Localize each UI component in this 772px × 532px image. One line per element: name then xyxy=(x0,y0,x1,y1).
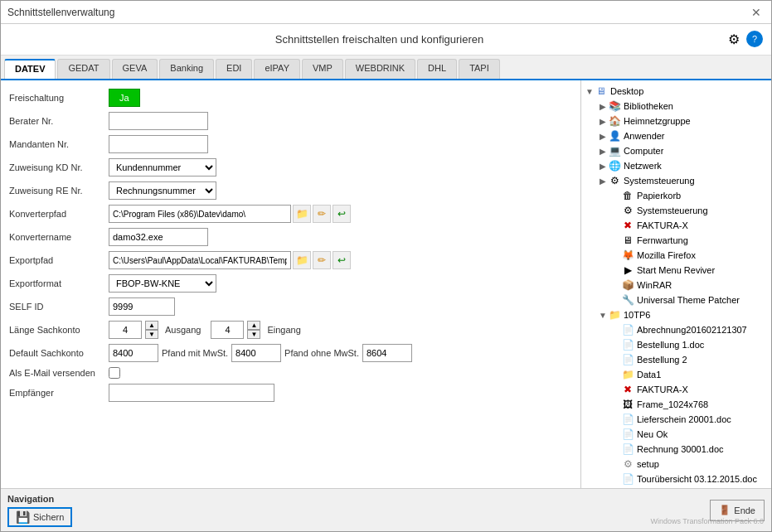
tab-datev[interactable]: DATEV xyxy=(4,59,56,79)
tree-item-systemsteuerung1[interactable]: ▶ ⚙ Systemsteuerung xyxy=(598,173,768,188)
tab-gedat[interactable]: GEDAT xyxy=(57,59,109,79)
exportpfad-reset-btn[interactable]: ↩ xyxy=(333,251,351,269)
tree-item-heimnetzgruppe[interactable]: ▶ 🏠 Heimnetzgruppe xyxy=(598,114,768,128)
tree-item-papierkorb[interactable]: 🗑 Papierkorb xyxy=(611,188,768,203)
tab-webdrink[interactable]: WEBDRINK xyxy=(345,59,415,79)
tree-item-faktura-x2[interactable]: ✖ FAKTURA-X xyxy=(611,382,768,397)
touruebersicht-icon: 📄 xyxy=(621,472,634,486)
self-id-label: SELF ID xyxy=(9,302,109,312)
tree-item-faktura-x1[interactable]: ✖ FAKTURA-X xyxy=(611,218,768,233)
tree-item-bibliotheken[interactable]: ▶ 📚 Bibliotheken xyxy=(598,99,768,114)
zuweisung-re-select[interactable]: Rechnungsnummer Auftragsnummer xyxy=(109,181,216,200)
tree-item-desktop[interactable]: ▼ 🖥 Desktop xyxy=(585,84,768,99)
tab-banking[interactable]: Banking xyxy=(159,59,214,79)
tab-vmp[interactable]: VMP xyxy=(302,59,343,79)
laenge-ausgang-down[interactable]: ▼ xyxy=(145,330,158,339)
navigation-label: Navigation xyxy=(7,494,72,504)
tab-eipay[interactable]: eIPAY xyxy=(254,59,300,79)
tree-children-desktop: ▶ 📚 Bibliotheken ▶ 🏠 Heimnetzgruppe ▶ 👤 … xyxy=(585,99,768,488)
help-icon-button[interactable]: ? xyxy=(746,31,763,47)
tree-item-10tp6[interactable]: ▼ 📁 10TP6 xyxy=(598,307,768,322)
tree-item-bestellung2[interactable]: 📄 Bestellung 2 xyxy=(611,352,768,367)
tree-item-computer[interactable]: ▶ 💻 Computer xyxy=(598,143,768,158)
laenge-sachkonto-eingang-spinner: ▲ ▼ Eingang xyxy=(211,321,300,339)
tab-dhl[interactable]: DHL xyxy=(417,59,457,79)
exportpfad-browse-btn[interactable]: 📁 xyxy=(293,251,311,269)
tree-label-anwender: Anwender xyxy=(624,131,665,141)
gear-icon-button[interactable]: ⚙ xyxy=(725,31,743,49)
laenge-eingang-down[interactable]: ▼ xyxy=(247,330,260,339)
tree-toggle-10tp6: ▼ xyxy=(598,311,608,320)
konvertername-input[interactable] xyxy=(109,228,208,246)
freischaltung-button[interactable]: Ja xyxy=(109,89,140,107)
tree-label-abrechnung: Abrechnung201602121307 xyxy=(637,325,747,335)
mandanten-input[interactable] xyxy=(109,135,208,153)
sichern-button[interactable]: 💾 Sichern xyxy=(7,507,72,527)
file-tree: ▼ 🖥 Desktop ▶ 📚 Bibliotheken ▶ 🏠 Heimnet… xyxy=(585,84,768,488)
tree-label-netzwerk: Netzwerk xyxy=(624,161,662,171)
empfaenger-row: Empfänger xyxy=(9,384,572,402)
tree-item-neu-ok[interactable]: 📄 Neu Ok xyxy=(611,427,768,442)
tree-item-lieferschein[interactable]: 📄 Lieferschein 20001.doc xyxy=(611,412,768,427)
laenge-ausgang-up[interactable]: ▲ xyxy=(145,321,158,330)
tree-item-setup[interactable]: ⚙ setup xyxy=(611,457,768,472)
tree-item-fernwartung[interactable]: 🖥 Fernwartung xyxy=(611,233,768,248)
exportpfad-input[interactable] xyxy=(109,251,291,269)
laenge-eingang-up[interactable]: ▲ xyxy=(247,321,260,330)
tree-toggle-netzwerk: ▶ xyxy=(598,162,608,171)
pfand-ohne-mwst-input[interactable] xyxy=(362,344,412,362)
content-area: Freischaltung Ja Berater Nr. Mandanten N… xyxy=(1,80,771,488)
tree-item-frame[interactable]: 🖼 Frame_1024x768 xyxy=(611,397,768,412)
tree-item-winrar[interactable]: 📦 WinRAR xyxy=(611,278,768,293)
tree-item-bestellung1[interactable]: 📄 Bestellung 1.doc xyxy=(611,337,768,352)
systemsteuerung1-icon: ⚙ xyxy=(608,174,621,187)
tree-item-data1[interactable]: 📁 Data1 xyxy=(611,367,768,382)
exportformat-select[interactable]: FBOP-BW-KNE FBOP-BW-CSV xyxy=(109,274,216,293)
konverterpfad-browse-btn[interactable]: 📁 xyxy=(293,205,311,223)
zuweisung-kd-label: Zuweisung KD Nr. xyxy=(9,162,109,172)
self-id-row: SELF ID xyxy=(9,297,572,316)
abrechnung-icon: 📄 xyxy=(621,323,634,336)
laenge-eingang-spinbtns: ▲ ▼ xyxy=(247,321,260,339)
close-button[interactable]: ✕ xyxy=(748,6,765,19)
tree-item-firefox[interactable]: 🦊 Mozilla Firefox xyxy=(611,248,768,263)
tree-item-touruebersicht[interactable]: 📄 Tourübersicht 03.12.2015.doc xyxy=(611,472,768,486)
default-sachkonto-label: Default Sachkonto xyxy=(9,348,109,358)
self-id-input[interactable] xyxy=(109,297,175,316)
tree-item-anwender[interactable]: ▶ 👤 Anwender xyxy=(598,128,768,143)
netzwerk-icon: 🌐 xyxy=(608,159,621,172)
tree-item-systemsteuerung2[interactable]: ⚙ Systemsteuerung xyxy=(611,203,768,218)
als-email-checkbox[interactable] xyxy=(109,367,120,379)
exportpfad-edit-btn[interactable]: ✏ xyxy=(313,251,331,269)
header-bar: Schnittstellen freischalten und konfigur… xyxy=(1,24,771,56)
tree-label-rechnung: Rechnung 30001.doc xyxy=(637,444,724,454)
tree-item-rechnung[interactable]: 📄 Rechnung 30001.doc xyxy=(611,442,768,457)
konverterpfad-edit-btn[interactable]: ✏ xyxy=(313,205,331,223)
zuweisung-re-label: Zuweisung RE Nr. xyxy=(9,186,109,196)
laenge-ausgang-input[interactable] xyxy=(109,321,142,339)
konverterpfad-input[interactable] xyxy=(109,205,291,223)
title-bar: Schnittstellenverwaltung ✕ xyxy=(1,1,771,24)
tree-item-startmenu[interactable]: ▶ Start Menu Reviver xyxy=(611,263,768,278)
tree-item-abrechnung[interactable]: 📄 Abrechnung201602121307 xyxy=(611,322,768,337)
tab-edi[interactable]: EDI xyxy=(216,59,252,79)
tree-item-utheme[interactable]: 🔧 Universal Theme Patcher xyxy=(611,293,768,307)
konverterpfad-reset-btn[interactable]: ↩ xyxy=(333,205,351,223)
tree-item-netzwerk[interactable]: ▶ 🌐 Netzwerk xyxy=(598,158,768,173)
computer-icon: 💻 xyxy=(608,144,621,157)
tree-label-startmenu: Start Menu Reviver xyxy=(637,265,715,275)
pfand-mit-mwst-input2[interactable] xyxy=(231,344,281,362)
tree-label-neu-ok: Neu Ok xyxy=(637,429,668,439)
faktura-x1-icon: ✖ xyxy=(621,219,634,232)
right-panel: ▼ 🖥 Desktop ▶ 📚 Bibliotheken ▶ 🏠 Heimnet… xyxy=(580,80,771,488)
pfand-mit-mwst-input1[interactable] xyxy=(109,344,158,362)
tree-label-touruebersicht: Tourübersicht 03.12.2015.doc xyxy=(637,474,757,484)
tab-tapi[interactable]: TAPI xyxy=(459,59,500,79)
laenge-eingang-input[interactable] xyxy=(211,321,244,339)
empfaenger-input[interactable] xyxy=(109,384,274,402)
tab-geva[interactable]: GEVA xyxy=(112,59,158,79)
laenge-sachkonto-ausgang-spinner: ▲ ▼ Ausgang xyxy=(109,321,201,339)
zuweisung-kd-select[interactable]: Kundennummer Debitorennummer xyxy=(109,158,216,177)
tree-children-10tp6: 📄 Abrechnung201602121307 📄 Bestellung 1.… xyxy=(598,322,768,488)
berater-input[interactable] xyxy=(109,112,208,130)
